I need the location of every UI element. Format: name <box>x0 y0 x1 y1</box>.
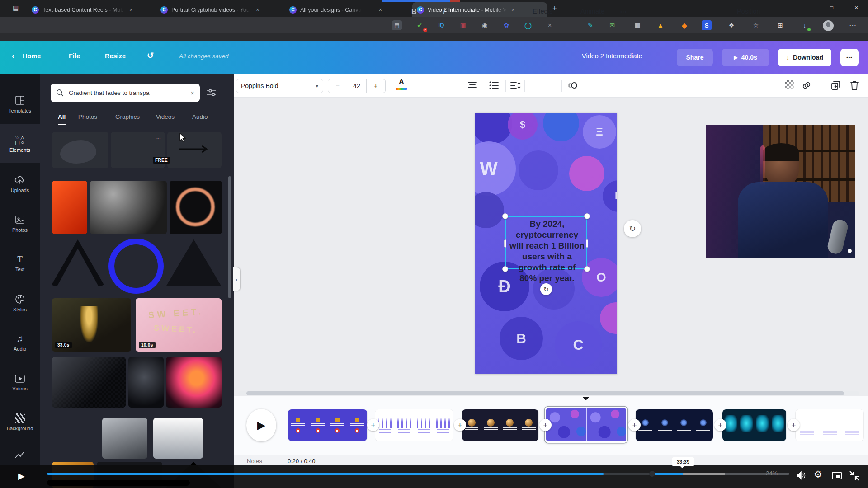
element-thumbnail[interactable] <box>128 357 164 408</box>
play-duration-button[interactable]: ▶ 40.0s <box>722 49 769 66</box>
element-thumbnail[interactable] <box>153 418 203 459</box>
add-page-button[interactable]: + <box>454 419 466 431</box>
volume-icon[interactable] <box>796 470 807 481</box>
pip-icon[interactable] <box>832 472 842 479</box>
sidebar-item-text[interactable]: T Text <box>0 244 40 282</box>
transparency-button[interactable] <box>785 80 794 89</box>
bullet-list-icon[interactable] <box>489 81 499 89</box>
resize-handle-sw[interactable] <box>502 266 508 272</box>
player-progress-rest[interactable] <box>725 473 789 475</box>
search-clear-icon[interactable]: × <box>190 89 194 97</box>
profile-avatar[interactable] <box>822 20 835 32</box>
panel-tab-all[interactable]: All <box>58 113 66 125</box>
design-text[interactable]: By 2024, cryptocurrency will reach 1 Bil… <box>509 219 585 284</box>
element-thumbnail[interactable] <box>52 132 108 168</box>
element-thumbnail[interactable] <box>166 357 222 408</box>
timeline-clip-7[interactable] <box>796 409 863 441</box>
element-thumbnail[interactable] <box>51 239 104 286</box>
text-selection-frame[interactable]: By 2024, cryptocurrency will reach 1 Bil… <box>505 216 587 269</box>
resize-handle-e[interactable] <box>586 239 588 248</box>
toolbar-more-button[interactable]: ••• <box>620 9 627 14</box>
shrink-icon[interactable] <box>849 470 860 481</box>
sidebar-item-uploads[interactable]: Uploads <box>0 164 40 203</box>
filter-sliders-icon[interactable] <box>206 88 217 97</box>
extension-icon[interactable]: ✉ <box>606 19 618 31</box>
position-button[interactable]: Position <box>737 8 760 15</box>
window-minimize-button[interactable]: — <box>804 5 809 11</box>
timeline-clip-4-selected[interactable] <box>545 407 627 443</box>
element-thumbnail[interactable] <box>102 418 147 459</box>
text-color-button[interactable]: A <box>396 78 406 87</box>
sidebar-item-charts[interactable] <box>0 446 40 464</box>
window-maximize-button[interactable]: □ <box>830 5 833 11</box>
italic-button[interactable]: I <box>443 8 445 16</box>
duplicate-button[interactable] <box>831 80 841 90</box>
sidebar-item-background[interactable]: Background <box>0 403 40 441</box>
resize-menu[interactable]: Resize <box>105 52 126 60</box>
add-page-button[interactable]: + <box>539 419 552 431</box>
download-button[interactable]: ↓ Download <box>778 49 831 66</box>
resize-handle-w[interactable] <box>504 239 506 248</box>
tab-actions-icon[interactable]: ▦ <box>13 4 19 11</box>
resize-handle-nw[interactable] <box>502 213 508 219</box>
element-thumbnail[interactable] <box>108 239 164 294</box>
extension-icon[interactable]: ✔2 <box>413 19 426 31</box>
extension-icon[interactable]: S <box>702 20 712 30</box>
search-box[interactable]: × <box>51 84 200 102</box>
panel-collapse-button[interactable]: ‹ <box>233 267 240 291</box>
extension-icon[interactable]: ▤ <box>392 20 402 30</box>
undo-icon[interactable]: ↺ <box>147 51 154 61</box>
browser-tab-1[interactable]: C Text-based Content Reels - Mobi × <box>27 2 150 17</box>
add-page-button[interactable]: + <box>714 419 726 431</box>
panel-tab-videos[interactable]: Videos <box>156 113 175 120</box>
player-progress-buffered[interactable] <box>683 473 725 475</box>
link-button[interactable] <box>801 81 812 90</box>
font-size-increase[interactable]: + <box>367 82 385 89</box>
home-link[interactable]: Home <box>23 52 41 60</box>
new-tab-button[interactable]: + <box>552 4 557 13</box>
search-input[interactable] <box>68 89 186 97</box>
tab-close-icon[interactable]: × <box>377 6 383 13</box>
webcam-overlay[interactable] <box>706 125 855 258</box>
line-spacing-icon[interactable] <box>510 81 521 89</box>
sidebar-item-styles[interactable]: Styles <box>0 283 40 322</box>
extension-icon[interactable]: ✎ <box>584 19 597 31</box>
panel-tab-graphics[interactable]: Graphics <box>115 113 140 120</box>
sidebar-item-videos[interactable]: Videos <box>0 363 40 402</box>
video-thumbnail[interactable]: SW EET. SWEET. 10.0s <box>136 298 222 352</box>
element-thumbnail[interactable] <box>166 239 222 286</box>
effects-button[interactable]: Effects <box>533 8 552 15</box>
player-progress-filled[interactable] <box>47 473 683 475</box>
panel-tab-audio[interactable]: Audio <box>192 113 208 120</box>
add-page-button[interactable]: + <box>788 419 800 431</box>
extension-icon[interactable]: ▲ <box>654 19 667 31</box>
favorites-icon[interactable]: ☆ <box>750 19 762 31</box>
extension-icon[interactable]: ◯ <box>522 19 534 31</box>
panel-scrollbar[interactable] <box>228 176 231 298</box>
share-button[interactable]: Share <box>677 49 713 66</box>
sidebar-item-audio[interactable]: ♫ Audio <box>0 323 40 362</box>
back-chevron-icon[interactable]: ‹ <box>12 52 14 61</box>
element-thumbnail[interactable] <box>90 181 167 234</box>
player-play-icon[interactable]: ▶ <box>18 471 25 481</box>
browser-tab-4-active[interactable]: C Video 2 Intermediate - Mobile V × <box>412 2 547 17</box>
delete-button[interactable] <box>850 80 859 90</box>
timeline-clip-1[interactable] <box>288 409 367 441</box>
video-thumbnail[interactable]: 33.0s <box>52 298 131 352</box>
add-page-button[interactable]: + <box>367 419 379 431</box>
extension-icon[interactable]: IQ <box>435 19 448 31</box>
page-refresh-button[interactable]: ↻ <box>624 220 641 237</box>
window-close-button[interactable]: × <box>854 4 859 11</box>
timeline-clip-3[interactable] <box>462 409 538 441</box>
panel-tab-photos[interactable]: Photos <box>78 113 97 120</box>
browser-tab-3[interactable]: C All your designs - Canva × <box>285 2 408 17</box>
extensions-puzzle-icon[interactable]: ❖ <box>725 19 738 31</box>
browser-tab-2[interactable]: C Portrait Cryptohub videos - Your × <box>156 2 279 17</box>
font-size-stepper[interactable]: − 42 + <box>328 79 386 93</box>
browser-menu-icon[interactable]: ⋯ <box>846 19 859 31</box>
extension-icon[interactable]: ▣ <box>457 19 469 31</box>
extension-icon[interactable]: ✿ <box>500 19 513 31</box>
tab-close-icon[interactable]: × <box>510 6 516 13</box>
extension-icon[interactable]: ◆ <box>678 19 691 31</box>
extension-icon[interactable]: × <box>543 19 556 31</box>
